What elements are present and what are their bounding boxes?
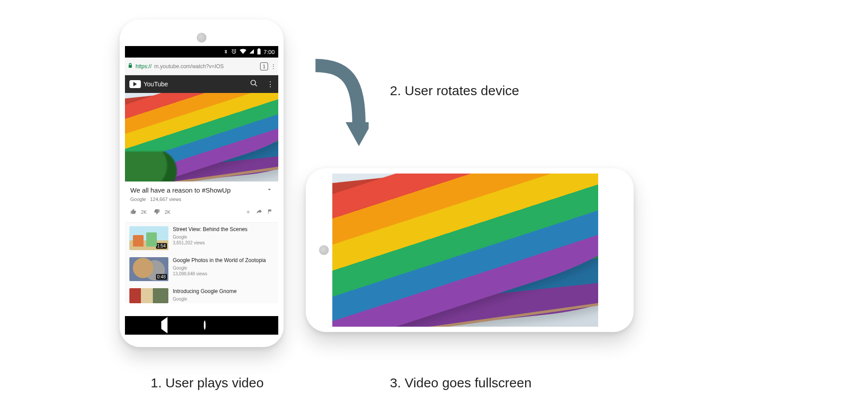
browser-omnibox[interactable]: https:// m.youtube.com/watch?v=IOS 1 ⋮ xyxy=(125,58,278,75)
thumbnail: 1:54 xyxy=(129,226,168,250)
suggestion-channel: Google xyxy=(173,266,187,270)
video-action-row: 2K 2K ＋ xyxy=(125,204,278,223)
suggestion-views: 3,651,202 views xyxy=(173,240,205,245)
share-button[interactable] xyxy=(256,208,263,216)
android-nav-bar xyxy=(125,316,278,335)
fullscreen-video[interactable] xyxy=(332,174,598,327)
expand-description-button[interactable] xyxy=(266,186,273,195)
search-icon[interactable] xyxy=(250,79,258,89)
duration-badge: 0:48 xyxy=(156,274,167,280)
cell-signal-icon xyxy=(249,49,254,55)
suggestion-channel: Google xyxy=(173,297,187,301)
rotate-arrow xyxy=(307,58,369,151)
tab-switcher-button[interactable]: 1 xyxy=(260,62,268,70)
suggestion-views: 13,098,648 views xyxy=(173,271,207,276)
battery-icon xyxy=(257,48,261,55)
svg-rect-2 xyxy=(257,49,261,54)
suggestion-title: Google Photos in the World of Zootopia xyxy=(173,257,266,264)
earpiece xyxy=(319,245,329,255)
youtube-logo[interactable]: YouTube xyxy=(129,80,168,88)
bluetooth-icon xyxy=(223,48,228,55)
svg-point-4 xyxy=(251,80,256,85)
duration-badge: 1:54 xyxy=(156,243,167,249)
alarm-icon xyxy=(231,48,237,55)
suggestion-title: Street View: Behind the Scenes xyxy=(173,226,248,233)
caption-step-2: 2. User rotates device xyxy=(390,83,519,98)
lock-icon xyxy=(128,63,133,70)
caption-step-1: 1. User plays video xyxy=(151,375,264,390)
suggestion-title: Introducing Google Gnome xyxy=(173,288,237,295)
view-count: 124,667 views xyxy=(150,197,181,202)
suggestion-channel: Google xyxy=(173,235,187,239)
thumbnail: 0:48 xyxy=(129,257,168,281)
status-time: 7:00 xyxy=(264,49,275,55)
svg-marker-0 xyxy=(346,122,369,146)
caption-step-3: 3. Video goes fullscreen xyxy=(390,375,532,390)
video-player[interactable] xyxy=(125,93,278,181)
android-status-bar: 7:00 xyxy=(125,46,278,58)
phone-portrait-frame: 7:00 https:// m.youtube.com/watch?v=IOS … xyxy=(120,19,284,347)
svg-rect-3 xyxy=(258,48,260,49)
url-scheme: https:// xyxy=(136,63,152,70)
youtube-play-icon xyxy=(129,80,141,88)
flag-button[interactable] xyxy=(267,208,273,216)
wifi-icon xyxy=(240,49,246,55)
suggested-videos: 1:54 Street View: Behind the Scenes Goog… xyxy=(125,223,278,303)
home-button[interactable] xyxy=(204,321,206,329)
youtube-menu-icon[interactable]: ⋮ xyxy=(267,80,274,89)
browser-menu-button[interactable]: ⋮ xyxy=(271,63,276,70)
url-host-path: m.youtube.com/watch?v=IOS xyxy=(154,63,257,70)
list-item[interactable]: 0:48 Google Photos in the World of Zooto… xyxy=(125,254,278,285)
youtube-header: YouTube ⋮ xyxy=(125,75,278,93)
like-button[interactable] xyxy=(130,208,136,216)
channel-name[interactable]: Google xyxy=(130,197,146,202)
video-title: We all have a reason to #ShowUp xyxy=(130,186,266,195)
thumbnail xyxy=(129,288,168,303)
youtube-wordmark: YouTube xyxy=(144,81,168,88)
dislike-button[interactable] xyxy=(154,208,160,216)
list-item[interactable]: 1:54 Street View: Behind the Scenes Goog… xyxy=(125,223,278,254)
add-to-button[interactable]: ＋ xyxy=(245,208,251,216)
back-button[interactable] xyxy=(161,321,167,329)
list-item[interactable]: Introducing Google Gnome Google xyxy=(125,285,278,303)
phone-landscape-frame xyxy=(306,168,634,332)
like-count: 2K xyxy=(141,209,147,215)
dislike-count: 2K xyxy=(164,209,170,215)
earpiece xyxy=(197,33,206,42)
video-info: We all have a reason to #ShowUp Google ·… xyxy=(125,181,278,204)
